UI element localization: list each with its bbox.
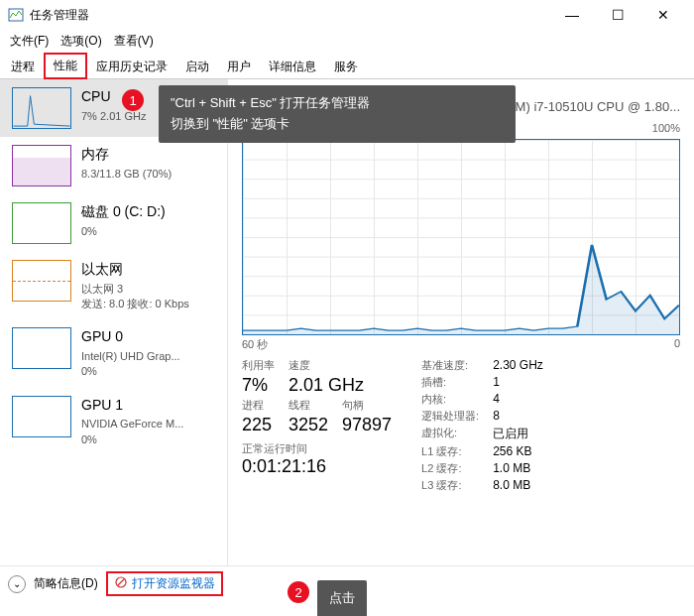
sidebar-sub: NVIDIA GeForce M... [81,417,183,431]
thread-label: 线程 [289,398,328,413]
sidebar-label: 内存 [81,145,172,165]
chart-xright: 0 [674,337,680,352]
l2-value: 1.0 MB [493,461,543,476]
sock-value: 1 [493,375,543,390]
sidebar-label: 磁盘 0 (C: D:) [81,202,166,222]
tab-users[interactable]: 用户 [218,55,260,78]
sidebar-label: 以太网 [81,260,189,280]
menu-file[interactable]: 文件(F) [4,31,55,52]
minimize-button[interactable]: — [549,0,595,30]
cpu-chart [242,139,680,335]
resmon-icon [114,575,128,592]
virt-label: 虚拟化: [421,426,479,442]
base-value: 2.30 GHz [493,358,543,373]
app-icon [8,7,24,23]
maximize-button[interactable]: ☐ [595,0,640,30]
l1-value: 256 KB [493,444,543,459]
l2-label: L2 缓存: [421,461,479,476]
sidebar-item-disk[interactable]: 磁盘 0 (C: D:) 0% [0,194,227,252]
sidebar-label: GPU 0 [81,327,180,347]
sidebar-item-ethernet[interactable]: 以太网 以太网 3 发送: 8.0 接收: 0 Kbps [0,252,227,319]
sidebar-item-gpu1[interactable]: GPU 1 NVIDIA GeForce M... 0% [0,388,227,455]
close-button[interactable]: ✕ [640,0,686,30]
util-value: 7% [242,375,275,396]
l3-label: L3 缓存: [421,478,479,493]
sidebar-item-gpu0[interactable]: GPU 0 Intel(R) UHD Grap... 0% [0,319,227,387]
sidebar: CPU 7% 2.01 GHz 内存 8.3/11.8 GB (70%) 磁盘 … [0,79,228,565]
chart-xleft: 60 秒 [242,337,268,352]
annotation-1-line2: 切换到 "性能" 选项卡 [171,114,504,135]
menu-options[interactable]: 选项(O) [55,31,107,52]
proc-value: 225 [242,415,275,435]
window-title: 任务管理器 [30,7,549,24]
svg-rect-0 [9,9,23,21]
sidebar-sub: 0% [81,224,166,239]
sidebar-label: GPU 1 [81,396,183,416]
virt-value: 已启用 [493,426,543,442]
thread-value: 3252 [289,415,328,435]
proc-label: 进程 [242,398,275,413]
chevron-down-icon[interactable]: ⌄ [8,575,26,593]
annotation-badge-1: 1 [122,89,144,111]
handle-value: 97897 [342,415,392,435]
sidebar-item-memory[interactable]: 内存 8.3/11.8 GB (70%) [0,137,227,194]
sidebar-sub: 7% 2.01 GHz [81,109,146,124]
brief-info-button[interactable]: 简略信息(D) [34,575,98,592]
l3-value: 8.0 MB [493,478,543,493]
speed-value: 2.01 GHz [289,375,392,396]
speed-label: 速度 [289,358,328,373]
annotation-badge-2: 2 [288,581,309,603]
sidebar-sub: 8.3/11.8 GB (70%) [81,167,172,182]
sidebar-sub2: 发送: 8.0 接收: 0 Kbps [81,297,189,311]
sidebar-sub2: 0% [81,364,180,379]
menu-view[interactable]: 查看(V) [108,31,160,52]
handle-label: 句柄 [342,398,392,413]
sidebar-sub2: 0% [81,432,183,447]
core-value: 4 [493,392,543,407]
annotation-1-line1: "Ctrl + Shift + Esc" 打开任务管理器 [171,93,504,114]
open-resmon-link[interactable]: 打开资源监视器 [106,571,223,596]
sidebar-sub: Intel(R) UHD Grap... [81,349,180,364]
lp-value: 8 [493,409,543,424]
resmon-label: 打开资源监视器 [132,575,215,592]
util-label: 利用率 [242,358,275,373]
uptime-value: 0:01:21:16 [242,456,392,477]
chart-ymax: 100% [652,122,680,137]
tab-history[interactable]: 应用历史记录 [87,55,176,78]
core-label: 内核: [421,392,479,407]
annotation-2: 点击 [317,580,367,616]
annotation-1: "Ctrl + Shift + Esc" 打开任务管理器 切换到 "性能" 选项… [159,85,516,143]
tab-performance[interactable]: 性能 [44,53,87,79]
tab-services[interactable]: 服务 [325,55,367,78]
tab-startup[interactable]: 启动 [176,55,218,78]
tab-processes[interactable]: 进程 [2,55,44,78]
lp-label: 逻辑处理器: [421,409,479,424]
uptime-label: 正常运行时间 [242,441,392,456]
tab-details[interactable]: 详细信息 [260,55,325,78]
sock-label: 插槽: [421,375,479,390]
sidebar-sub: 以太网 3 [81,282,189,297]
base-label: 基准速度: [421,358,479,373]
svg-marker-1 [243,245,679,334]
l1-label: L1 缓存: [421,444,479,459]
